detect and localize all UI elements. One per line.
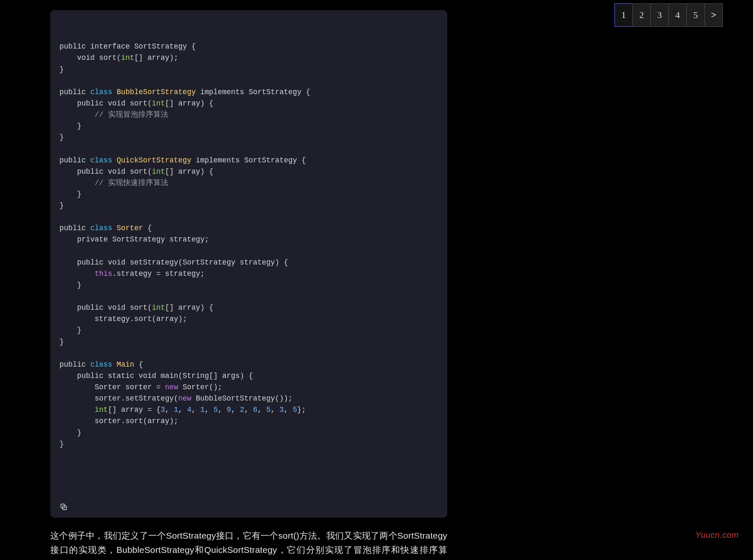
- code-line: public class QuickSortStrategy implement…: [59, 155, 438, 166]
- pager-page-2[interactable]: 2: [632, 3, 651, 27]
- code-line: public interface SortStrategy {: [59, 41, 438, 52]
- explanation-text: 这个例子中，我们定义了一个SortStrategy接口，它有一个sort()方法…: [50, 529, 447, 560]
- pager-page-5[interactable]: 5: [686, 3, 705, 27]
- code-line: }: [59, 439, 438, 450]
- code-line: }: [59, 325, 438, 336]
- watermark: Yuucn.com: [695, 530, 739, 540]
- code-line: }: [59, 337, 438, 348]
- pager: 12345>: [614, 3, 723, 27]
- code-line: strategy.sort(array);: [59, 313, 438, 325]
- code-line: // 实现冒泡排序算法: [59, 109, 438, 121]
- code-line: sorter.sort(array);: [59, 416, 438, 427]
- code-line: [59, 211, 438, 223]
- pager-page-3[interactable]: 3: [650, 3, 669, 27]
- code-line: }: [59, 132, 438, 143]
- code-line: public static void main(String[] args) {: [59, 370, 438, 382]
- code-line: [59, 348, 438, 359]
- code-line: [59, 291, 438, 302]
- code-line: public class Main {: [59, 359, 438, 370]
- code-line: }: [59, 200, 438, 211]
- code-line: [59, 75, 438, 87]
- code-line: }: [59, 121, 438, 132]
- code-line: public void setStrategy(SortStrategy str…: [59, 257, 438, 268]
- pager-page-1[interactable]: 1: [614, 3, 633, 27]
- code-line: private SortStrategy strategy;: [59, 234, 438, 245]
- code-line: sorter.setStrategy(new BubbleSortStrateg…: [59, 393, 438, 404]
- code-line: // 实现快速排序算法: [59, 177, 438, 189]
- pager-next[interactable]: >: [704, 3, 723, 27]
- svg-rect-1: [61, 504, 64, 508]
- code-line: }: [59, 189, 438, 200]
- code-line: Sorter sorter = new Sorter();: [59, 382, 438, 393]
- code-line: public void sort(int[] array) {: [59, 166, 438, 177]
- code-line: [59, 143, 438, 154]
- code-line: }: [59, 427, 438, 439]
- svg-rect-0: [63, 506, 67, 510]
- code-line: }: [59, 280, 438, 291]
- code-line: }: [59, 64, 438, 75]
- code-line: void sort(int[] array);: [59, 52, 438, 64]
- copy-icon[interactable]: [59, 480, 68, 488]
- code-line: int[] array = {3, 1, 4, 1, 5, 9, 2, 6, 5…: [59, 404, 438, 416]
- code-line: [59, 246, 438, 257]
- code-line: public void sort(int[] array) {: [59, 302, 438, 313]
- code-line: public void sort(int[] array) {: [59, 98, 438, 109]
- pager-page-4[interactable]: 4: [668, 3, 687, 27]
- code-line: public class BubbleSortStrategy implemen…: [59, 87, 438, 98]
- code-block: public interface SortStrategy { void sor…: [50, 10, 447, 518]
- code-line: this.strategy = strategy;: [59, 268, 438, 280]
- code-line: public class Sorter {: [59, 223, 438, 234]
